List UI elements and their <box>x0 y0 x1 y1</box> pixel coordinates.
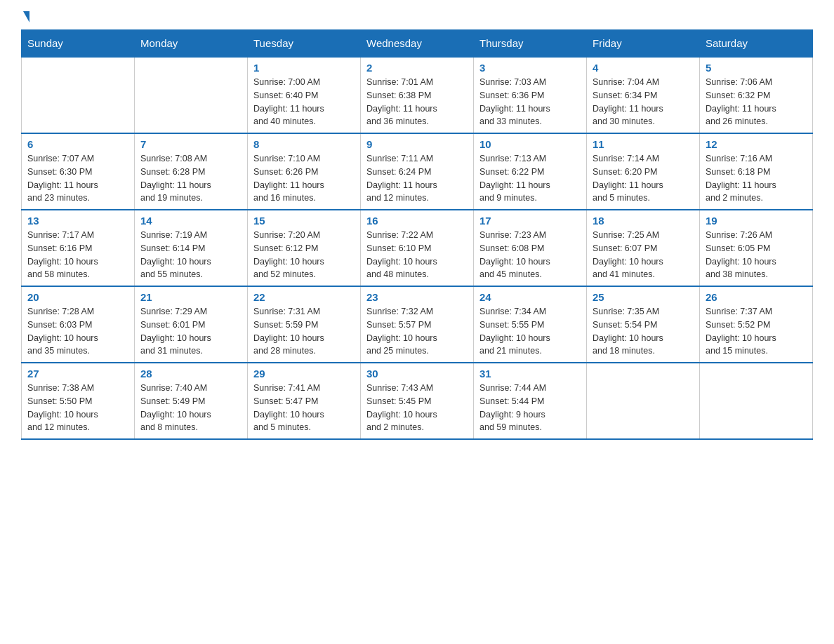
day-number: 6 <box>27 138 128 150</box>
day-number: 12 <box>706 138 807 150</box>
day-info: Sunrise: 7:19 AM Sunset: 6:14 PM Dayligh… <box>140 229 241 281</box>
day-number: 27 <box>27 368 128 380</box>
calendar-cell: 12Sunrise: 7:16 AM Sunset: 6:18 PM Dayli… <box>700 133 813 210</box>
day-number: 9 <box>366 138 468 150</box>
day-info: Sunrise: 7:16 AM Sunset: 6:18 PM Dayligh… <box>706 152 807 205</box>
calendar-cell: 4Sunrise: 7:04 AM Sunset: 6:34 PM Daylig… <box>587 57 700 133</box>
day-number: 14 <box>140 215 241 227</box>
calendar-cell: 30Sunrise: 7:43 AM Sunset: 5:45 PM Dayli… <box>361 363 474 439</box>
day-info: Sunrise: 7:34 AM Sunset: 5:55 PM Dayligh… <box>479 305 581 358</box>
day-number: 10 <box>479 138 581 150</box>
day-number: 29 <box>253 368 355 380</box>
logo-arrow-icon <box>23 11 29 22</box>
calendar-cell: 23Sunrise: 7:32 AM Sunset: 5:57 PM Dayli… <box>361 286 474 363</box>
day-info: Sunrise: 7:43 AM Sunset: 5:45 PM Dayligh… <box>366 382 468 434</box>
day-info: Sunrise: 7:17 AM Sunset: 6:16 PM Dayligh… <box>27 229 128 281</box>
calendar-cell: 6Sunrise: 7:07 AM Sunset: 6:30 PM Daylig… <box>22 133 135 210</box>
day-info: Sunrise: 7:44 AM Sunset: 5:44 PM Dayligh… <box>479 382 581 434</box>
column-header-sunday: Sunday <box>22 30 135 58</box>
day-number: 25 <box>593 291 694 303</box>
calendar-cell <box>587 363 700 439</box>
calendar-cell: 15Sunrise: 7:20 AM Sunset: 6:12 PM Dayli… <box>248 210 361 286</box>
day-number: 18 <box>593 215 694 227</box>
day-info: Sunrise: 7:41 AM Sunset: 5:47 PM Dayligh… <box>253 382 355 434</box>
day-info: Sunrise: 7:03 AM Sunset: 6:36 PM Dayligh… <box>479 76 581 128</box>
calendar-week-4: 20Sunrise: 7:28 AM Sunset: 6:03 PM Dayli… <box>22 286 813 363</box>
calendar-cell <box>22 57 135 133</box>
day-info: Sunrise: 7:37 AM Sunset: 5:52 PM Dayligh… <box>706 305 807 358</box>
day-number: 31 <box>479 368 581 380</box>
logo <box>21 14 29 22</box>
day-info: Sunrise: 7:11 AM Sunset: 6:24 PM Dayligh… <box>366 152 468 205</box>
day-number: 3 <box>479 62 581 74</box>
calendar-week-1: 1Sunrise: 7:00 AM Sunset: 6:40 PM Daylig… <box>22 57 813 133</box>
calendar-cell: 10Sunrise: 7:13 AM Sunset: 6:22 PM Dayli… <box>474 133 587 210</box>
column-header-friday: Friday <box>587 30 700 58</box>
calendar-cell: 18Sunrise: 7:25 AM Sunset: 6:07 PM Dayli… <box>587 210 700 286</box>
calendar-cell: 28Sunrise: 7:40 AM Sunset: 5:49 PM Dayli… <box>135 363 248 439</box>
day-info: Sunrise: 7:06 AM Sunset: 6:32 PM Dayligh… <box>706 76 807 128</box>
day-info: Sunrise: 7:13 AM Sunset: 6:22 PM Dayligh… <box>479 152 581 205</box>
calendar-week-2: 6Sunrise: 7:07 AM Sunset: 6:30 PM Daylig… <box>22 133 813 210</box>
calendar-cell: 11Sunrise: 7:14 AM Sunset: 6:20 PM Dayli… <box>587 133 700 210</box>
calendar-cell: 31Sunrise: 7:44 AM Sunset: 5:44 PM Dayli… <box>474 363 587 439</box>
day-number: 24 <box>479 291 581 303</box>
calendar-cell: 8Sunrise: 7:10 AM Sunset: 6:26 PM Daylig… <box>248 133 361 210</box>
calendar-cell: 26Sunrise: 7:37 AM Sunset: 5:52 PM Dayli… <box>700 286 813 363</box>
day-info: Sunrise: 7:35 AM Sunset: 5:54 PM Dayligh… <box>593 305 694 358</box>
calendar-cell: 13Sunrise: 7:17 AM Sunset: 6:16 PM Dayli… <box>22 210 135 286</box>
page-header <box>21 14 813 22</box>
calendar-cell: 19Sunrise: 7:26 AM Sunset: 6:05 PM Dayli… <box>700 210 813 286</box>
calendar-cell: 2Sunrise: 7:01 AM Sunset: 6:38 PM Daylig… <box>361 57 474 133</box>
day-number: 23 <box>366 291 468 303</box>
column-header-monday: Monday <box>135 30 248 58</box>
calendar-cell: 3Sunrise: 7:03 AM Sunset: 6:36 PM Daylig… <box>474 57 587 133</box>
day-number: 28 <box>140 368 241 380</box>
day-info: Sunrise: 7:22 AM Sunset: 6:10 PM Dayligh… <box>366 229 468 281</box>
day-info: Sunrise: 7:23 AM Sunset: 6:08 PM Dayligh… <box>479 229 581 281</box>
day-info: Sunrise: 7:40 AM Sunset: 5:49 PM Dayligh… <box>140 382 241 434</box>
day-info: Sunrise: 7:07 AM Sunset: 6:30 PM Dayligh… <box>27 152 128 205</box>
day-number: 22 <box>253 291 355 303</box>
day-info: Sunrise: 7:08 AM Sunset: 6:28 PM Dayligh… <box>140 152 241 205</box>
column-header-wednesday: Wednesday <box>361 30 474 58</box>
day-number: 2 <box>366 62 468 74</box>
day-number: 1 <box>253 62 355 74</box>
day-number: 21 <box>140 291 241 303</box>
column-header-thursday: Thursday <box>474 30 587 58</box>
calendar-cell: 17Sunrise: 7:23 AM Sunset: 6:08 PM Dayli… <box>474 210 587 286</box>
day-number: 7 <box>140 138 241 150</box>
calendar-header-row: SundayMondayTuesdayWednesdayThursdayFrid… <box>22 30 813 58</box>
day-number: 19 <box>706 215 807 227</box>
day-info: Sunrise: 7:14 AM Sunset: 6:20 PM Dayligh… <box>593 152 694 205</box>
day-number: 4 <box>593 62 694 74</box>
day-number: 17 <box>479 215 581 227</box>
day-number: 5 <box>706 62 807 74</box>
calendar-cell: 1Sunrise: 7:00 AM Sunset: 6:40 PM Daylig… <box>248 57 361 133</box>
day-info: Sunrise: 7:04 AM Sunset: 6:34 PM Dayligh… <box>593 76 694 128</box>
day-info: Sunrise: 7:00 AM Sunset: 6:40 PM Dayligh… <box>253 76 355 128</box>
day-info: Sunrise: 7:25 AM Sunset: 6:07 PM Dayligh… <box>593 229 694 281</box>
day-number: 20 <box>27 291 128 303</box>
day-info: Sunrise: 7:26 AM Sunset: 6:05 PM Dayligh… <box>706 229 807 281</box>
day-number: 15 <box>253 215 355 227</box>
day-number: 30 <box>366 368 468 380</box>
calendar-cell: 25Sunrise: 7:35 AM Sunset: 5:54 PM Dayli… <box>587 286 700 363</box>
calendar-cell: 9Sunrise: 7:11 AM Sunset: 6:24 PM Daylig… <box>361 133 474 210</box>
calendar-cell <box>135 57 248 133</box>
calendar-cell <box>700 363 813 439</box>
day-number: 13 <box>27 215 128 227</box>
calendar-cell: 14Sunrise: 7:19 AM Sunset: 6:14 PM Dayli… <box>135 210 248 286</box>
day-info: Sunrise: 7:28 AM Sunset: 6:03 PM Dayligh… <box>27 305 128 358</box>
calendar-cell: 27Sunrise: 7:38 AM Sunset: 5:50 PM Dayli… <box>22 363 135 439</box>
day-info: Sunrise: 7:01 AM Sunset: 6:38 PM Dayligh… <box>366 76 468 128</box>
day-number: 16 <box>366 215 468 227</box>
calendar-cell: 7Sunrise: 7:08 AM Sunset: 6:28 PM Daylig… <box>135 133 248 210</box>
day-number: 8 <box>253 138 355 150</box>
calendar-cell: 24Sunrise: 7:34 AM Sunset: 5:55 PM Dayli… <box>474 286 587 363</box>
day-info: Sunrise: 7:31 AM Sunset: 5:59 PM Dayligh… <box>253 305 355 358</box>
day-info: Sunrise: 7:20 AM Sunset: 6:12 PM Dayligh… <box>253 229 355 281</box>
calendar-table: SundayMondayTuesdayWednesdayThursdayFrid… <box>21 29 813 440</box>
column-header-saturday: Saturday <box>700 30 813 58</box>
calendar-cell: 16Sunrise: 7:22 AM Sunset: 6:10 PM Dayli… <box>361 210 474 286</box>
